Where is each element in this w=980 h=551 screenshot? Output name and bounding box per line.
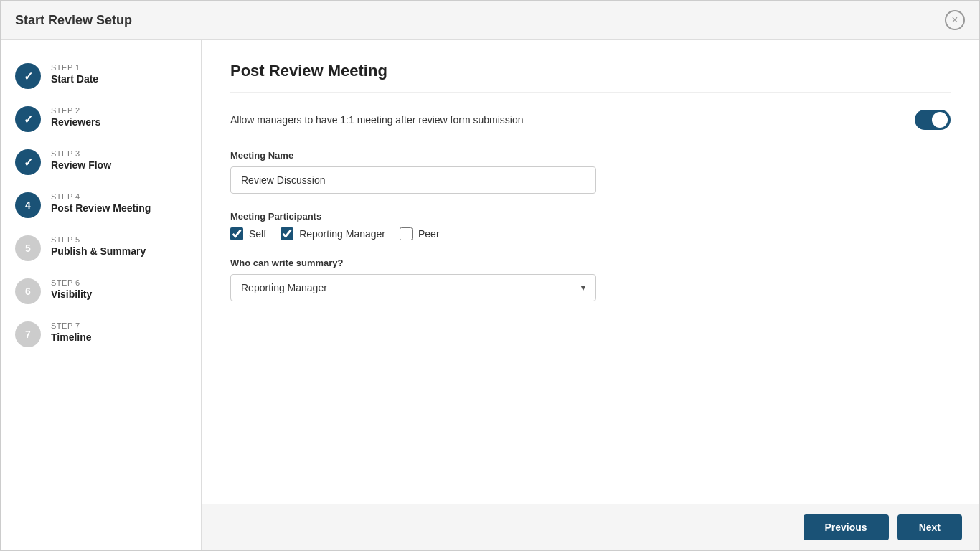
step-label-step2: STEP 2 [51,106,100,115]
step-label-step6: STEP 6 [51,278,92,287]
summary-label: Who can write summary? [230,258,951,268]
step-circle-step7: 7 [15,321,41,347]
checkbox-peer-input[interactable] [400,227,413,240]
step-text-step6: STEP 6 Visibility [51,278,92,300]
step-number: 6 [25,286,31,297]
toggle-row: Allow managers to have 1:1 meeting after… [230,110,951,130]
modal-body: ✓ STEP 1 Start Date ✓ STEP 2 Reviewers ✓… [1,40,979,550]
next-button[interactable]: Next [897,514,962,540]
step-label-step1: STEP 1 [51,63,98,72]
content-area: Post Review Meeting Allow managers to ha… [202,40,979,504]
step-text-step5: STEP 5 Publish & Summary [51,235,146,257]
main-content: Post Review Meeting Allow managers to ha… [202,40,979,550]
check-icon: ✓ [24,113,33,126]
sidebar-item-step3[interactable]: ✓ STEP 3 Review Flow [1,141,201,184]
participants-group: Meeting Participants Self Reporting Mana… [230,211,951,240]
meeting-name-group: Meeting Name [230,150,951,194]
checkbox-self[interactable]: Self [230,227,266,240]
step-name-step4: Post Review Meeting [51,202,151,214]
step-number: 5 [25,242,31,254]
check-icon: ✓ [24,70,33,83]
meeting-toggle[interactable] [915,110,951,130]
checkbox-self-label: Self [249,228,266,240]
step-text-step3: STEP 3 Review Flow [51,149,111,171]
step-number: 4 [25,199,31,211]
step-name-step3: Review Flow [51,159,111,171]
checkbox-reporting-manager-input[interactable] [281,227,293,240]
modal-footer: Previous Next [202,504,979,550]
sidebar-item-step1[interactable]: ✓ STEP 1 Start Date [1,55,201,98]
step-name-step7: Timeline [51,331,92,343]
step-name-step2: Reviewers [51,116,100,128]
step-label-step5: STEP 5 [51,235,146,244]
step-circle-step2: ✓ [15,106,41,132]
toggle-label: Allow managers to have 1:1 meeting after… [230,113,524,128]
step-label-step4: STEP 4 [51,192,151,201]
page-title: Post Review Meeting [230,62,951,93]
modal-header: Start Review Setup × [1,1,979,40]
step-label-step3: STEP 3 [51,149,111,158]
modal-container: Start Review Setup × ✓ STEP 1 Start Date… [0,0,980,551]
checkbox-reporting-manager[interactable]: Reporting Manager [281,227,385,240]
step-name-step6: Visibility [51,288,92,300]
sidebar-item-step5[interactable]: 5 STEP 5 Publish & Summary [1,227,201,270]
step-circle-step1: ✓ [15,63,41,89]
step-circle-step6: 6 [15,278,41,304]
summary-group: Who can write summary? Reporting Manager… [230,258,951,301]
close-icon: × [951,14,958,26]
toggle-slider [915,110,951,130]
step-circle-step5: 5 [15,235,41,261]
step-name-step5: Publish & Summary [51,245,146,257]
checkbox-peer-label: Peer [418,228,440,240]
sidebar: ✓ STEP 1 Start Date ✓ STEP 2 Reviewers ✓… [1,40,202,550]
modal-title: Start Review Setup [15,13,132,28]
participants-label: Meeting Participants [230,211,951,222]
step-label-step7: STEP 7 [51,321,92,330]
sidebar-item-step6[interactable]: 6 STEP 6 Visibility [1,270,201,313]
checkbox-peer[interactable]: Peer [400,227,440,240]
checkbox-self-input[interactable] [230,227,243,240]
step-number: 7 [25,329,31,340]
check-icon: ✓ [24,156,33,169]
close-button[interactable]: × [945,10,965,30]
summary-select-wrapper: Reporting Manager Self Peer All ▼ [230,274,596,301]
sidebar-item-step2[interactable]: ✓ STEP 2 Reviewers [1,98,201,141]
sidebar-item-step7[interactable]: 7 STEP 7 Timeline [1,313,201,356]
summary-select[interactable]: Reporting Manager Self Peer All [230,274,596,301]
step-circle-step3: ✓ [15,149,41,175]
checkbox-reporting-manager-label: Reporting Manager [299,228,385,240]
previous-button[interactable]: Previous [804,514,889,540]
step-text-step2: STEP 2 Reviewers [51,106,100,128]
step-circle-step4: 4 [15,192,41,218]
checkbox-group: Self Reporting Manager Peer [230,227,951,240]
sidebar-item-step4[interactable]: 4 STEP 4 Post Review Meeting [1,184,201,227]
meeting-name-input[interactable] [230,166,596,194]
step-text-step7: STEP 7 Timeline [51,321,92,343]
step-text-step4: STEP 4 Post Review Meeting [51,192,151,214]
meeting-name-label: Meeting Name [230,150,951,161]
step-text-step1: STEP 1 Start Date [51,63,98,85]
step-name-step1: Start Date [51,73,98,85]
